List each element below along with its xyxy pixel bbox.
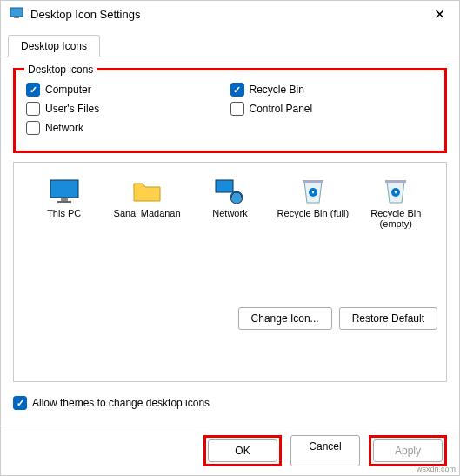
content-area: Desktop icons ComputerUser's FilesNetwor… <box>1 57 459 426</box>
watermark: wsxdn.com <box>417 465 456 473</box>
chk-right-0[interactable]: Recycle Bin <box>230 83 435 97</box>
cancel-button[interactable]: Cancel <box>290 435 360 466</box>
icon-item-1[interactable]: Sanal Madanan <box>108 175 186 218</box>
svg-rect-1 <box>14 17 19 18</box>
allow-themes-check-icon[interactable] <box>13 396 27 410</box>
icon-item-4[interactable]: Recycle Bin (empty) <box>357 175 435 229</box>
network-icon <box>190 175 269 208</box>
chk-left-0-box[interactable] <box>26 83 40 97</box>
dialog-footer: OK Cancel Apply wsxdn.com <box>1 426 459 475</box>
svg-rect-5 <box>216 180 233 192</box>
apply-highlight: Apply <box>369 435 447 466</box>
allow-themes-checkbox[interactable]: Allow themes to change desktop icons <box>13 396 447 410</box>
ok-highlight: OK <box>203 435 282 466</box>
folder-icon <box>108 175 186 208</box>
svg-rect-4 <box>57 201 71 203</box>
icon-item-2[interactable]: Network <box>190 175 269 218</box>
tab-desktop-icons[interactable]: Desktop Icons <box>8 35 100 57</box>
svg-rect-9 <box>385 180 406 183</box>
titlebar: Desktop Icon Settings ✕ <box>1 1 459 28</box>
chk-right-0-label: Recycle Bin <box>250 84 304 96</box>
window-title: Desktop Icon Settings <box>30 8 429 21</box>
chk-left-2-box[interactable] <box>26 121 40 135</box>
monitor-icon <box>25 175 103 208</box>
checkbox-column-right: Recycle BinControl Panel <box>230 77 435 140</box>
chk-left-1[interactable]: User's Files <box>26 102 230 116</box>
ok-button[interactable]: OK <box>208 439 277 462</box>
svg-rect-0 <box>10 8 23 17</box>
icon-label-1: Sanal Madanan <box>108 208 186 218</box>
icon-label-2: Network <box>190 208 269 218</box>
bin-empty-icon <box>357 175 435 208</box>
icon-item-0[interactable]: This PC <box>25 175 103 218</box>
app-icon <box>10 6 23 23</box>
icon-label-3: Recycle Bin (full) <box>274 208 352 218</box>
chk-right-1-box[interactable] <box>230 102 244 116</box>
chk-left-1-label: User's Files <box>45 103 99 115</box>
chk-left-2-label: Network <box>45 122 83 134</box>
tabbar: Desktop Icons <box>1 28 459 57</box>
icon-item-3[interactable]: Recycle Bin (full) <box>274 175 352 218</box>
chk-left-0[interactable]: Computer <box>26 83 230 97</box>
svg-point-6 <box>230 191 243 204</box>
icon-preview-list[interactable]: This PCSanal MadananNetworkRecycle Bin (… <box>13 162 447 382</box>
chk-right-1[interactable]: Control Panel <box>230 102 435 116</box>
svg-rect-2 <box>50 180 78 198</box>
svg-rect-3 <box>61 198 68 201</box>
bin-full-icon <box>274 175 352 208</box>
chk-left-1-box[interactable] <box>26 102 40 116</box>
dialog-window: Desktop Icon Settings ✕ Desktop Icons De… <box>0 0 460 476</box>
chk-left-0-label: Computer <box>45 84 91 96</box>
apply-button[interactable]: Apply <box>373 439 443 462</box>
change-icon-button[interactable]: Change Icon... <box>238 307 332 330</box>
icon-label-0: This PC <box>25 208 103 218</box>
svg-rect-7 <box>303 180 323 183</box>
desktop-icons-group: Desktop icons ComputerUser's FilesNetwor… <box>13 68 447 153</box>
chk-right-0-box[interactable] <box>230 83 244 97</box>
chk-left-2[interactable]: Network <box>26 121 230 135</box>
chk-right-1-label: Control Panel <box>250 103 313 115</box>
group-legend: Desktop icons <box>24 64 97 76</box>
icon-row: This PCSanal MadananNetworkRecycle Bin (… <box>23 175 437 229</box>
allow-themes-label: Allow themes to change desktop icons <box>32 397 210 409</box>
close-icon[interactable]: ✕ <box>429 6 450 23</box>
restore-default-button[interactable]: Restore Default <box>339 307 437 330</box>
checkbox-column-left: ComputerUser's FilesNetwork <box>26 77 230 140</box>
icon-label-4: Recycle Bin (empty) <box>357 208 435 229</box>
